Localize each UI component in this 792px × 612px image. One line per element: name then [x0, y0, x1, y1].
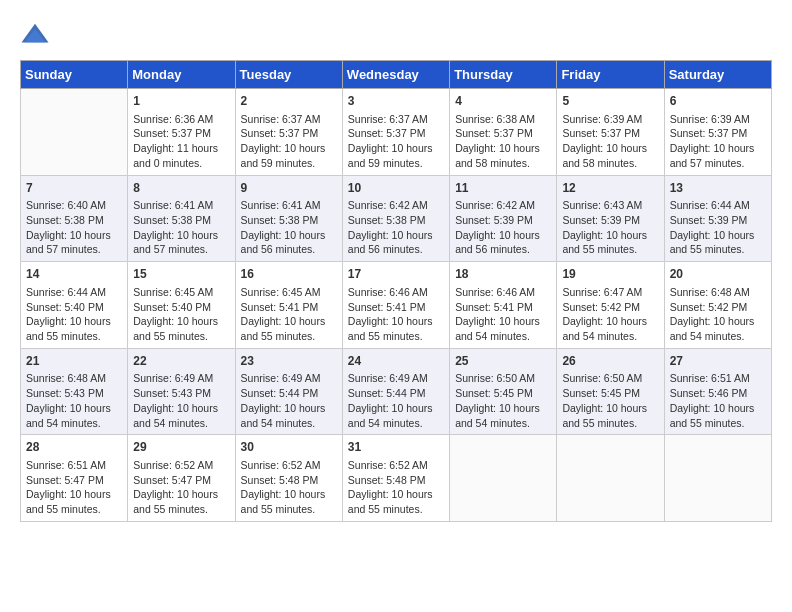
calendar-cell: 16Sunrise: 6:45 AMSunset: 5:41 PMDayligh… [235, 262, 342, 349]
day-info-line: Daylight: 10 hours [455, 314, 551, 329]
day-info-line: Sunrise: 6:48 AM [26, 371, 122, 386]
day-info-line: Sunrise: 6:37 AM [241, 112, 337, 127]
col-friday: Friday [557, 61, 664, 89]
day-info-line: and 57 minutes. [670, 156, 766, 171]
day-number: 28 [26, 439, 122, 456]
day-info-line: Sunrise: 6:39 AM [562, 112, 658, 127]
col-tuesday: Tuesday [235, 61, 342, 89]
calendar-cell: 1Sunrise: 6:36 AMSunset: 5:37 PMDaylight… [128, 89, 235, 176]
calendar-table: Sunday Monday Tuesday Wednesday Thursday… [20, 60, 772, 522]
day-number: 1 [133, 93, 229, 110]
day-number: 13 [670, 180, 766, 197]
day-number: 20 [670, 266, 766, 283]
day-info-line: Daylight: 10 hours [455, 401, 551, 416]
day-info-line: Sunset: 5:39 PM [455, 213, 551, 228]
calendar-cell: 30Sunrise: 6:52 AMSunset: 5:48 PMDayligh… [235, 435, 342, 522]
logo-icon [20, 20, 50, 50]
calendar-cell: 29Sunrise: 6:52 AMSunset: 5:47 PMDayligh… [128, 435, 235, 522]
calendar-cell: 12Sunrise: 6:43 AMSunset: 5:39 PMDayligh… [557, 175, 664, 262]
day-number: 14 [26, 266, 122, 283]
day-info-line: Daylight: 10 hours [562, 401, 658, 416]
day-info-line: Sunset: 5:37 PM [241, 126, 337, 141]
day-info-line: and 59 minutes. [241, 156, 337, 171]
page-header [20, 20, 772, 50]
calendar-week-row: 7Sunrise: 6:40 AMSunset: 5:38 PMDaylight… [21, 175, 772, 262]
day-info-line: and 55 minutes. [133, 502, 229, 517]
day-info-line: Sunset: 5:37 PM [562, 126, 658, 141]
day-number: 22 [133, 353, 229, 370]
day-info-line: Sunset: 5:39 PM [670, 213, 766, 228]
day-info-line: Daylight: 10 hours [670, 141, 766, 156]
day-number: 9 [241, 180, 337, 197]
day-info-line: Sunrise: 6:52 AM [241, 458, 337, 473]
col-monday: Monday [128, 61, 235, 89]
day-info-line: Daylight: 10 hours [348, 228, 444, 243]
day-number: 6 [670, 93, 766, 110]
day-info-line: Daylight: 10 hours [26, 487, 122, 502]
day-info-line: Sunrise: 6:48 AM [670, 285, 766, 300]
day-info-line: Sunrise: 6:51 AM [670, 371, 766, 386]
day-number: 7 [26, 180, 122, 197]
day-info-line: Sunrise: 6:52 AM [133, 458, 229, 473]
day-info-line: and 57 minutes. [133, 242, 229, 257]
day-info-line: Sunset: 5:45 PM [455, 386, 551, 401]
day-info-line: and 54 minutes. [133, 416, 229, 431]
calendar-cell: 17Sunrise: 6:46 AMSunset: 5:41 PMDayligh… [342, 262, 449, 349]
day-info-line: Daylight: 10 hours [26, 401, 122, 416]
calendar-cell: 18Sunrise: 6:46 AMSunset: 5:41 PMDayligh… [450, 262, 557, 349]
day-info-line: and 58 minutes. [455, 156, 551, 171]
day-info-line: Sunset: 5:42 PM [670, 300, 766, 315]
day-number: 10 [348, 180, 444, 197]
day-info-line: Sunrise: 6:49 AM [241, 371, 337, 386]
day-info-line: Sunrise: 6:45 AM [241, 285, 337, 300]
calendar-cell: 24Sunrise: 6:49 AMSunset: 5:44 PMDayligh… [342, 348, 449, 435]
day-info-line: and 56 minutes. [241, 242, 337, 257]
day-info-line: Sunset: 5:37 PM [348, 126, 444, 141]
calendar-cell: 4Sunrise: 6:38 AMSunset: 5:37 PMDaylight… [450, 89, 557, 176]
day-info-line: and 59 minutes. [348, 156, 444, 171]
day-info-line: Sunrise: 6:49 AM [348, 371, 444, 386]
day-info-line: Daylight: 10 hours [241, 401, 337, 416]
day-info-line: and 54 minutes. [455, 416, 551, 431]
day-info-line: Sunrise: 6:36 AM [133, 112, 229, 127]
day-info-line: Sunset: 5:43 PM [133, 386, 229, 401]
day-info-line: Sunset: 5:44 PM [348, 386, 444, 401]
calendar-week-row: 21Sunrise: 6:48 AMSunset: 5:43 PMDayligh… [21, 348, 772, 435]
day-number: 18 [455, 266, 551, 283]
day-info-line: Daylight: 10 hours [670, 401, 766, 416]
day-info-line: Daylight: 10 hours [670, 228, 766, 243]
day-info-line: Sunset: 5:40 PM [133, 300, 229, 315]
day-info-line: Sunrise: 6:44 AM [670, 198, 766, 213]
day-info-line: and 57 minutes. [26, 242, 122, 257]
calendar-week-row: 1Sunrise: 6:36 AMSunset: 5:37 PMDaylight… [21, 89, 772, 176]
day-info-line: Daylight: 10 hours [348, 487, 444, 502]
calendar-cell: 5Sunrise: 6:39 AMSunset: 5:37 PMDaylight… [557, 89, 664, 176]
day-number: 3 [348, 93, 444, 110]
day-info-line: Daylight: 10 hours [562, 228, 658, 243]
day-number: 29 [133, 439, 229, 456]
calendar-cell: 10Sunrise: 6:42 AMSunset: 5:38 PMDayligh… [342, 175, 449, 262]
day-info-line: Sunset: 5:37 PM [670, 126, 766, 141]
day-info-line: Sunset: 5:48 PM [241, 473, 337, 488]
day-info-line: Sunrise: 6:52 AM [348, 458, 444, 473]
day-info-line: and 54 minutes. [562, 329, 658, 344]
day-number: 2 [241, 93, 337, 110]
day-info-line: Daylight: 10 hours [133, 314, 229, 329]
day-number: 24 [348, 353, 444, 370]
day-number: 12 [562, 180, 658, 197]
day-info-line: and 55 minutes. [670, 242, 766, 257]
day-info-line: and 54 minutes. [26, 416, 122, 431]
day-info-line: and 55 minutes. [562, 416, 658, 431]
logo [20, 20, 54, 50]
day-number: 5 [562, 93, 658, 110]
day-info-line: Sunset: 5:41 PM [348, 300, 444, 315]
day-info-line: Sunrise: 6:46 AM [455, 285, 551, 300]
day-info-line: Sunrise: 6:39 AM [670, 112, 766, 127]
day-info-line: Sunrise: 6:40 AM [26, 198, 122, 213]
day-info-line: and 55 minutes. [241, 502, 337, 517]
day-info-line: Sunrise: 6:44 AM [26, 285, 122, 300]
day-info-line: and 55 minutes. [133, 329, 229, 344]
calendar-cell: 21Sunrise: 6:48 AMSunset: 5:43 PMDayligh… [21, 348, 128, 435]
day-number: 19 [562, 266, 658, 283]
day-number: 27 [670, 353, 766, 370]
